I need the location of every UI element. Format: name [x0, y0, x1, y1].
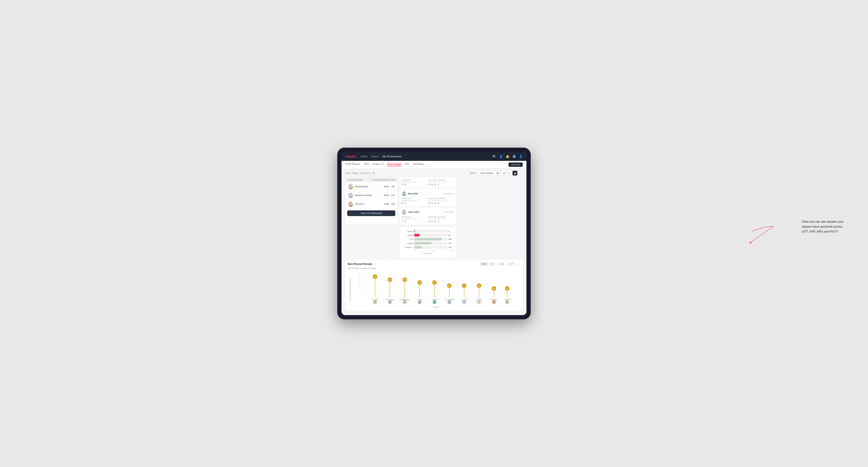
- nav-home[interactable]: Home: [361, 155, 367, 158]
- horizontal-bar-chart: Eagles 3 Birdies 96: [401, 229, 454, 255]
- lollipop-svg: 0 2 4 6 8 7x E. Ebert: [352, 272, 520, 305]
- svg-text:0: 0: [359, 297, 360, 299]
- tournament-label: Tournament: [401, 181, 410, 183]
- player-name: Rees Britt: [408, 192, 418, 195]
- period-select[interactable]: Last 3 months Last 6 months Last 12 mont…: [477, 171, 500, 175]
- tournament-val: 8: [401, 202, 403, 204]
- lb-header: PLAYER NAME PB SCORE PB AVG SQ: [345, 177, 397, 182]
- rounds-sub: Tournament Practice: [401, 218, 427, 220]
- svg-text:R. Butler: R. Butler: [491, 299, 497, 301]
- add-team-button[interactable]: Add Team: [508, 162, 523, 167]
- team-header: Team Clippd 14 Players ✏️ Show Last 3 mo…: [345, 171, 523, 176]
- rounds-label: Total Rounds: [401, 216, 427, 218]
- bar-row-bogeys: Bogeys 311: [401, 242, 454, 245]
- rank-badge: 1: [351, 187, 353, 189]
- filter-app[interactable]: APP: [489, 262, 497, 266]
- svg-text:6x: 6x: [404, 279, 406, 281]
- filter-arg[interactable]: ARG: [498, 262, 506, 266]
- bar-label: Pars: [401, 238, 413, 240]
- player-info: 1 Richard Butler: [348, 184, 382, 189]
- player-info: 2 Edward Crossman: [348, 192, 382, 198]
- bell-icon[interactable]: 🔔: [506, 155, 509, 158]
- svg-text:D. Ford: D. Ford: [461, 299, 467, 301]
- view-full-leaderboard-button[interactable]: View Full Leaderboard: [347, 210, 395, 216]
- svg-point-30: [388, 300, 392, 304]
- bar-row-eagles: Eagles 3: [401, 230, 454, 232]
- leaderboard-panel: PLAYER NAME PB SCORE PB AVG SQ 1 Richard…: [345, 177, 397, 224]
- bar-row-pars: Pars 499: [401, 238, 454, 241]
- activities-label: Total Practice Activities: [428, 198, 454, 199]
- svg-text:6x: 6x: [389, 279, 391, 281]
- svg-point-8: [403, 210, 405, 212]
- tab-all-players[interactable]: All Players: [413, 163, 424, 166]
- filter-ott[interactable]: OTT: [480, 262, 488, 266]
- team-name: Team Clippd: [345, 172, 359, 175]
- rounds-vals: 7 2: [401, 220, 427, 223]
- navbar-left: clippd Home Teams My Performance: [345, 154, 402, 158]
- activities-vals: 0 0 0 1: [428, 220, 454, 223]
- search-icon[interactable]: 🔍: [493, 155, 496, 158]
- tab-tour[interactable]: Tour: [405, 163, 409, 166]
- bar-label: Birdies: [401, 234, 413, 236]
- nav-links: Home Teams My Performance: [361, 155, 401, 158]
- bar-track: [414, 242, 447, 245]
- svg-text:R. Britt: R. Britt: [432, 299, 437, 301]
- player-name: Josh Coles: [408, 211, 420, 213]
- tab-pga[interactable]: PGA: [364, 163, 369, 166]
- avatar: 2: [348, 192, 353, 198]
- list-view-btn[interactable]: ≡: [507, 171, 512, 176]
- settings-icon[interactable]: ⚙️: [512, 155, 516, 158]
- subnav: PGAT Players PGA Hcaps 1-5 Team Clippd T…: [342, 161, 526, 168]
- bar-value: 131: [448, 246, 454, 248]
- tab-pgat-players[interactable]: PGAT Players: [345, 163, 360, 166]
- card-stats: Total Rounds Tournament Practice 7 2: [401, 216, 454, 223]
- avatar-icon[interactable]: 👤: [519, 155, 523, 158]
- table-view-btn[interactable]: ↕: [518, 171, 523, 176]
- subnav-tabs: PGAT Players PGA Hcaps 1-5 Team Clippd T…: [345, 163, 424, 166]
- rank-badge: 3: [351, 205, 353, 207]
- total-rounds-label: Total Rounds: [401, 179, 427, 181]
- bar-fill: [414, 238, 442, 241]
- chart-area: 0 2 4 6 8 7x E. Ebert: [352, 272, 520, 308]
- tab-hcaps[interactable]: Hcaps 1-5: [373, 163, 383, 166]
- total-rounds-block: Total Rounds Tournament Practice 7 6: [401, 179, 427, 186]
- bar-chart-panel: Eagles 3 Birdies 96: [400, 227, 456, 257]
- avatar: 1: [348, 184, 353, 189]
- svg-text:3x: 3x: [506, 287, 508, 290]
- pb-score: 17/20: [382, 203, 389, 205]
- svg-text:4x: 4x: [478, 285, 480, 287]
- tournament-val: 7: [401, 184, 403, 186]
- table-row: 3 Cameron... 17/20 103: [345, 200, 397, 209]
- filter-putt[interactable]: PUTT: [507, 262, 516, 266]
- grid-view-btn[interactable]: ⊞: [502, 171, 506, 176]
- svg-point-40: [418, 300, 422, 304]
- nav-my-performance[interactable]: My Performance: [382, 155, 402, 158]
- player-card-josh-coles: Josh Coles 26 Aug 2023 Total Rounds Tour…: [400, 208, 456, 224]
- svg-point-55: [462, 300, 466, 304]
- putt-val: 1: [437, 184, 439, 186]
- lollipop-chart-container: Best Streak, Fairway Accuracy: [348, 272, 520, 308]
- nav-teams[interactable]: Teams: [371, 155, 379, 158]
- bar-fill: [414, 230, 415, 232]
- streaks-title-text: Best Round Streaks: [348, 262, 372, 266]
- card-date: 26 Aug 2023: [444, 211, 454, 213]
- bar-row-birdies: Birdies 96: [401, 234, 454, 237]
- streaks-section: Best Round Streaks ← OTT APP ARG PUTT ← …: [345, 260, 523, 310]
- player-cards-column: Total Rounds Tournament Practice 7 6: [400, 177, 456, 224]
- card-view-btn[interactable]: ▦: [513, 171, 517, 176]
- y-axis-label: Best Streak, Fairway Accuracy: [349, 279, 351, 301]
- pb-avg: 103: [389, 203, 395, 205]
- navbar-right: 🔍 👤 🔔 ⚙️ 👤: [493, 155, 523, 158]
- user-icon[interactable]: 👤: [499, 155, 503, 158]
- bar-track: [414, 246, 447, 249]
- bar-value: 311: [448, 242, 454, 244]
- player-card-rees-britt: Rees Britt 02 Sep 2023 Total Rounds Tour…: [400, 189, 456, 206]
- practice-val: 2: [404, 220, 406, 223]
- subtitle-sub: Fairway Accuracy: [360, 267, 377, 270]
- practice-activities-label: Total Practice Activities: [428, 179, 454, 181]
- tab-team-clippd[interactable]: Team Clippd: [387, 163, 401, 166]
- activities-sub: OTT APP ARG PUTT: [428, 200, 454, 201]
- activity-values: 0 0 0 1: [428, 184, 454, 186]
- edit-icon[interactable]: ✏️: [372, 172, 375, 175]
- svg-point-50: [447, 300, 451, 304]
